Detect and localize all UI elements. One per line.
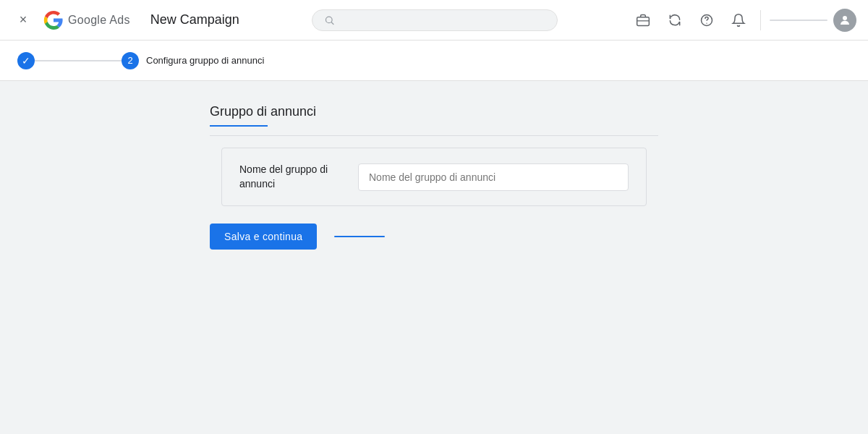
- step-2: 2 Configura gruppo di annunci: [122, 52, 264, 69]
- google-logo-icon: [43, 10, 64, 30]
- help-button[interactable]: [694, 7, 720, 33]
- campaign-title: New Campaign: [150, 12, 239, 27]
- form-label: Nome del gruppo di annunci: [239, 163, 341, 191]
- svg-point-5: [706, 22, 707, 23]
- svg-point-6: [843, 16, 847, 20]
- close-icon: ×: [20, 12, 27, 27]
- main-content: Gruppo di annunci Nome del gruppo di ann…: [0, 81, 868, 434]
- save-continue-button[interactable]: Salva e continua: [210, 224, 317, 250]
- step-1: ✓: [17, 52, 35, 69]
- refresh-button[interactable]: [662, 7, 688, 33]
- refresh-icon: [668, 13, 682, 27]
- briefcase-button[interactable]: [630, 7, 656, 33]
- svg-rect-2: [637, 17, 650, 25]
- section-divider: [210, 135, 658, 136]
- step-connector-line: [35, 60, 122, 61]
- step-2-label: Configura gruppo di annunci: [146, 55, 264, 66]
- skip-line: [334, 236, 385, 237]
- header-actions: [630, 7, 856, 33]
- briefcase-icon: [636, 13, 650, 27]
- actions-row: Salva e continua: [210, 218, 658, 250]
- header-left: × Google Ads New Campaign: [12, 9, 239, 32]
- step-1-checkmark: ✓: [22, 55, 30, 67]
- help-icon: [699, 13, 714, 27]
- avatar[interactable]: [833, 9, 856, 32]
- header-divider: [760, 10, 761, 30]
- section-underline: [210, 125, 268, 127]
- search-icon: [324, 14, 335, 26]
- content-wrapper: Gruppo di annunci Nome del gruppo di ann…: [210, 104, 658, 250]
- progress-bar: ✓ 2 Configura gruppo di annunci: [0, 41, 868, 81]
- step-1-circle: ✓: [17, 52, 35, 69]
- user-icon: [838, 14, 851, 27]
- step-2-number: 2: [127, 55, 132, 66]
- svg-line-1: [331, 22, 333, 24]
- step-2-circle: 2: [122, 52, 139, 69]
- section-title-area: Gruppo di annunci: [210, 104, 658, 132]
- close-button[interactable]: ×: [12, 9, 35, 32]
- header: × Google Ads New Campaign: [0, 0, 868, 41]
- logo-text: Google Ads: [68, 14, 130, 27]
- ad-group-name-input[interactable]: [358, 163, 629, 191]
- notifications-button[interactable]: [726, 7, 752, 33]
- search-box: [312, 9, 558, 31]
- google-ads-logo: Google Ads: [43, 10, 130, 30]
- form-row: Nome del gruppo di annunci: [221, 148, 647, 206]
- header-search: [239, 9, 630, 31]
- bell-icon: [731, 13, 746, 27]
- account-line: [770, 20, 827, 21]
- section-title: Gruppo di annunci: [210, 104, 316, 119]
- search-input[interactable]: [341, 14, 545, 26]
